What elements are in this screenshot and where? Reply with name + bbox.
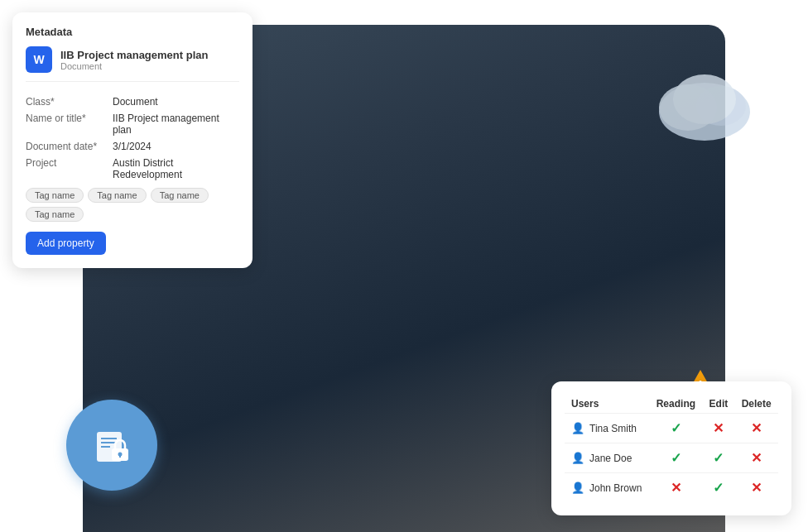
tina-edit: ✕: [702, 414, 734, 443]
field-name-value: IIB Project management plan: [113, 113, 239, 136]
tag-2[interactable]: Tag name: [88, 188, 146, 203]
field-project: Project Austin District Redevelopment: [26, 155, 239, 183]
jane-delete: ✕: [734, 443, 778, 473]
user-icon: 👤: [571, 452, 584, 464]
doc-lock-icon: [90, 424, 133, 467]
tina-delete: ✕: [734, 414, 778, 443]
svg-point-3: [673, 74, 736, 124]
doc-type-icon: W: [26, 46, 52, 73]
permissions-header-row: Users Reading Edit Delete: [565, 395, 778, 414]
col-edit: Edit: [702, 395, 734, 414]
table-row: 👤 Jane Doe ✓ ✓ ✕: [565, 443, 778, 473]
add-property-button[interactable]: Add property: [26, 232, 106, 255]
doc-title: IIB Project management plan: [60, 49, 208, 61]
permissions-table: Users Reading Edit Delete 👤 Tina Smith ✓…: [565, 395, 778, 502]
field-class-value: Document: [113, 96, 158, 108]
metadata-fields: Class* Document Name or title* IIB Proje…: [26, 93, 239, 183]
field-date-value: 3/1/2024: [113, 141, 152, 152]
jane-edit: ✓: [702, 443, 734, 473]
tags-container: Tag name Tag name Tag name Tag name: [26, 188, 239, 222]
user-tina-smith: 👤 Tina Smith: [565, 414, 649, 443]
john-delete: ✕: [734, 473, 778, 503]
field-name: Name or title* IIB Project management pl…: [26, 110, 239, 138]
field-class-label: Class*: [26, 96, 113, 108]
document-header: W IIB Project management plan Document: [26, 46, 239, 82]
tag-4[interactable]: Tag name: [26, 207, 84, 222]
tag-3[interactable]: Tag name: [151, 188, 209, 203]
table-row: 👤 Tina Smith ✓ ✕ ✕: [565, 414, 778, 443]
doc-header-info: IIB Project management plan Document: [60, 49, 208, 71]
user-john-brown: 👤 John Brown: [565, 473, 649, 503]
doc-lock-circle: [66, 400, 157, 491]
col-users: Users: [565, 395, 649, 414]
metadata-card: Metadata W IIB Project management plan D…: [12, 12, 252, 268]
field-name-label: Name or title*: [26, 113, 113, 124]
col-delete: Delete: [734, 395, 778, 414]
field-date-label: Document date*: [26, 141, 113, 152]
field-project-label: Project: [26, 157, 113, 169]
user-icon: 👤: [571, 422, 584, 434]
john-reading: ✕: [649, 473, 702, 503]
metadata-title: Metadata: [26, 26, 239, 38]
cloud-decoration: [651, 66, 758, 144]
permissions-card: Users Reading Edit Delete 👤 Tina Smith ✓…: [551, 381, 791, 515]
field-project-value: Austin District Redevelopment: [113, 157, 239, 180]
table-row: 👤 John Brown ✕ ✓ ✕: [565, 473, 778, 503]
doc-subtitle: Document: [60, 61, 208, 71]
tina-reading: ✓: [649, 414, 702, 443]
col-reading: Reading: [649, 395, 702, 414]
jane-reading: ✓: [649, 443, 702, 473]
field-class: Class* Document: [26, 93, 239, 110]
john-edit: ✓: [702, 473, 734, 503]
user-jane-doe: 👤 Jane Doe: [565, 443, 649, 473]
user-icon: 👤: [571, 482, 584, 494]
tag-1[interactable]: Tag name: [26, 188, 84, 203]
field-date: Document date* 3/1/2024: [26, 138, 239, 155]
